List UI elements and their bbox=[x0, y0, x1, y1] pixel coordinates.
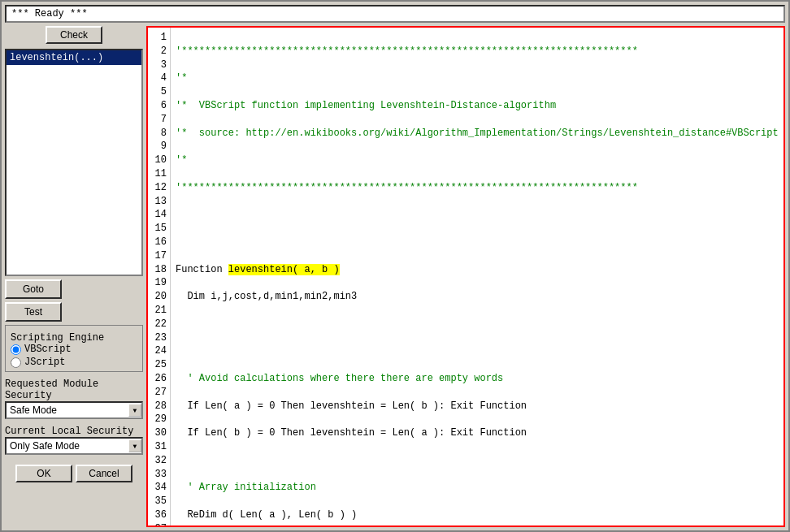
code-line-10: Dim i,j,cost,d,min1,min2,min3 bbox=[176, 290, 779, 304]
status-text: *** Ready *** bbox=[11, 8, 88, 19]
scripting-engine-label: Scripting Engine bbox=[11, 332, 137, 344]
current-security-wrapper: Only Safe Mode Safe Mode Unsafe Mode ▼ bbox=[5, 437, 143, 455]
line-num-27: 27 bbox=[151, 386, 167, 400]
line-num-7: 7 bbox=[151, 113, 167, 127]
scripting-engine-box: Scripting Engine VBScript JScript bbox=[5, 325, 143, 372]
line-num-28: 28 bbox=[151, 400, 167, 413]
line-num-19: 19 bbox=[151, 276, 167, 290]
code-line-17: ' Array initialization bbox=[176, 481, 779, 495]
code-line-11 bbox=[176, 318, 779, 331]
line-num-16: 16 bbox=[151, 236, 167, 249]
vbscript-radio[interactable] bbox=[11, 344, 21, 355]
jscript-radio-label[interactable]: JScript bbox=[11, 357, 137, 368]
code-line-6: '***************************************… bbox=[176, 181, 779, 195]
code-line-1: '***************************************… bbox=[176, 45, 779, 58]
ok-button[interactable]: OK bbox=[15, 465, 72, 482]
line-num-26: 26 bbox=[151, 372, 167, 386]
line-num-29: 29 bbox=[151, 413, 167, 426]
main-window: *** Ready *** Check levenshtein(...) Got… bbox=[0, 0, 790, 532]
ok-cancel-row: OK Cancel bbox=[5, 465, 143, 482]
code-lines: '***************************************… bbox=[171, 28, 783, 526]
line-num-5: 5 bbox=[151, 85, 167, 99]
nav-buttons: Goto Test bbox=[5, 279, 143, 322]
line-num-35: 35 bbox=[151, 495, 167, 508]
line-num-30: 30 bbox=[151, 426, 167, 440]
line-num-37: 37 bbox=[151, 522, 167, 526]
line-num-4: 4 bbox=[151, 71, 167, 85]
code-line-2: '* bbox=[176, 71, 779, 85]
requested-security-label: Requested Module Security bbox=[5, 378, 143, 401]
line-numbers: 1 2 3 4 5 6 7 8 9 10 11 12 13 14 15 16 1 bbox=[148, 28, 171, 526]
requested-security-section: Requested Module Security Safe Mode Unsa… bbox=[5, 375, 143, 419]
code-line-9: Function levenshtein( a, b ) bbox=[176, 263, 779, 277]
left-panel: Check levenshtein(...) Goto Test Scripti… bbox=[5, 26, 143, 527]
jscript-radio[interactable] bbox=[11, 357, 21, 368]
jscript-label: JScript bbox=[24, 357, 65, 368]
vbscript-label: VBScript bbox=[24, 344, 72, 355]
current-security-select[interactable]: Only Safe Mode Safe Mode Unsafe Mode bbox=[5, 437, 143, 455]
line-num-15: 15 bbox=[151, 222, 167, 236]
radio-group: VBScript JScript bbox=[11, 344, 137, 368]
line-num-6: 6 bbox=[151, 99, 167, 113]
line-num-10: 10 bbox=[151, 154, 167, 167]
line-num-11: 11 bbox=[151, 167, 167, 181]
line-num-24: 24 bbox=[151, 344, 167, 358]
code-line-18: ReDim d( Len( a ), Len( b ) ) bbox=[176, 508, 779, 522]
goto-button[interactable]: Goto bbox=[5, 279, 62, 299]
line-num-9: 9 bbox=[151, 140, 167, 154]
line-num-12: 12 bbox=[151, 181, 167, 195]
cancel-button[interactable]: Cancel bbox=[76, 465, 132, 482]
code-line-7 bbox=[176, 208, 779, 222]
script-list[interactable]: levenshtein(...) bbox=[5, 49, 143, 276]
code-line-15: If Len( b ) = 0 Then levenshtein = Len( … bbox=[176, 426, 779, 440]
code-line-4: '* source: http://en.wikibooks.org/wiki/… bbox=[176, 127, 779, 141]
content-area: Check levenshtein(...) Goto Test Scripti… bbox=[2, 26, 788, 530]
current-security-label: Current Local Security bbox=[5, 426, 143, 437]
code-panel: 1 2 3 4 5 6 7 8 9 10 11 12 13 14 15 16 1 bbox=[146, 26, 785, 527]
line-num-22: 22 bbox=[151, 318, 167, 331]
requested-security-wrapper: Safe Mode Unsafe Mode ▼ bbox=[5, 401, 143, 419]
line-num-33: 33 bbox=[151, 468, 167, 482]
line-num-21: 21 bbox=[151, 304, 167, 318]
line-num-13: 13 bbox=[151, 195, 167, 209]
test-button[interactable]: Test bbox=[5, 302, 62, 322]
line-num-1: 1 bbox=[151, 31, 167, 45]
script-list-item[interactable]: levenshtein(...) bbox=[7, 50, 141, 65]
line-num-8: 8 bbox=[151, 127, 167, 141]
code-line-16 bbox=[176, 454, 779, 468]
check-button[interactable]: Check bbox=[46, 26, 102, 44]
line-num-20: 20 bbox=[151, 290, 167, 304]
line-num-23: 23 bbox=[151, 331, 167, 345]
line-num-3: 3 bbox=[151, 58, 167, 72]
line-num-17: 17 bbox=[151, 249, 167, 263]
line-num-25: 25 bbox=[151, 358, 167, 372]
current-security-section: Current Local Security Only Safe Mode Sa… bbox=[5, 422, 143, 455]
line-num-32: 32 bbox=[151, 454, 167, 468]
line-num-31: 31 bbox=[151, 440, 167, 454]
code-line-12 bbox=[176, 344, 779, 358]
line-num-2: 2 bbox=[151, 45, 167, 58]
check-button-row: Check bbox=[5, 26, 143, 44]
line-num-18: 18 bbox=[151, 263, 167, 277]
code-line-5: '* bbox=[176, 154, 779, 167]
code-line-8 bbox=[176, 236, 779, 249]
line-num-34: 34 bbox=[151, 481, 167, 495]
code-line-3: '* VBScript function implementing Levens… bbox=[176, 99, 779, 113]
code-line-14: If Len( a ) = 0 Then levenshtein = Len( … bbox=[176, 400, 779, 413]
line-num-36: 36 bbox=[151, 508, 167, 522]
line-num-14: 14 bbox=[151, 208, 167, 222]
status-bar: *** Ready *** bbox=[5, 5, 785, 23]
code-content: 1 2 3 4 5 6 7 8 9 10 11 12 13 14 15 16 1 bbox=[148, 28, 783, 526]
vbscript-radio-label[interactable]: VBScript bbox=[11, 344, 137, 355]
requested-security-select[interactable]: Safe Mode Unsafe Mode bbox=[5, 401, 143, 419]
code-line-13: ' Avoid calculations where there there a… bbox=[176, 372, 779, 386]
